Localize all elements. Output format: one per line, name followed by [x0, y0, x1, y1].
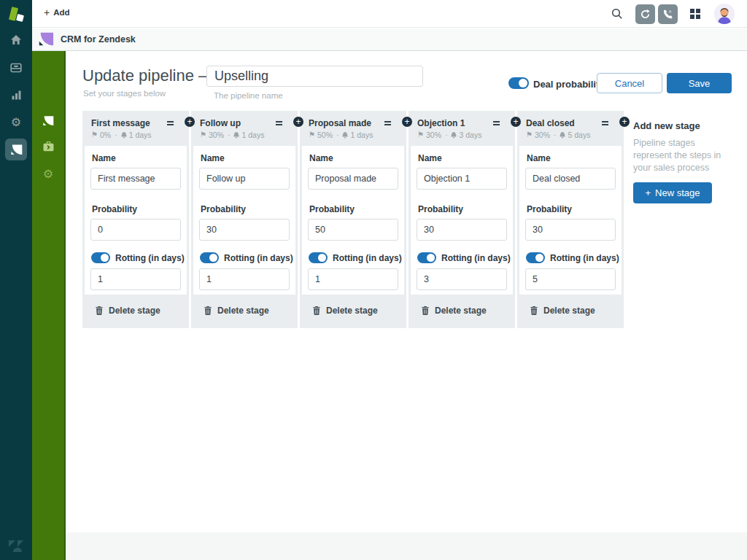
stage-rotting-input[interactable]: [417, 268, 507, 290]
sidebar-item-settings[interactable]: ⚙: [0, 117, 32, 128]
separator-dot: ·: [554, 131, 557, 139]
trash-icon: [422, 306, 429, 315]
delete-stage-button[interactable]: Delete stage: [409, 295, 515, 328]
sidebar-item-reports[interactable]: [0, 90, 32, 100]
delete-stage-button[interactable]: Delete stage: [300, 295, 406, 328]
delete-stage-label: Delete stage: [217, 306, 269, 316]
stage-probability-input[interactable]: [308, 219, 398, 241]
stage-rotting-input[interactable]: [308, 268, 398, 290]
drag-handle-icon[interactable]: [167, 121, 174, 127]
main-content: Update pipeline — Set your stages below …: [66, 51, 747, 560]
add-stage-between-button[interactable]: +: [293, 117, 303, 127]
page-subtitle: Set your stages below: [83, 89, 166, 98]
rotting-toggle-row: Rotting (in days): [91, 252, 181, 263]
add-stage-between-button[interactable]: +: [185, 117, 195, 127]
stage-meta: ⚑ 30% · 5 days: [526, 131, 616, 139]
rotting-toggle[interactable]: [526, 252, 545, 263]
probability-label: Probability: [527, 204, 616, 214]
stage-name-input[interactable]: [308, 168, 398, 190]
stage-card-body: Name Probability Rotting (in days): [411, 146, 513, 295]
rotting-toggle[interactable]: [200, 252, 219, 263]
trash-icon: [313, 306, 320, 315]
app-sidebar: ⚙: [32, 51, 66, 560]
drag-handle-icon[interactable]: [602, 121, 608, 127]
add-stage-between-button[interactable]: +: [619, 117, 630, 127]
app-grid-icon[interactable]: [690, 9, 700, 19]
avatar-image: [714, 4, 735, 24]
probability-label: Probability: [201, 204, 290, 214]
add-button[interactable]: + Add: [44, 8, 70, 17]
rotting-toggle[interactable]: [417, 252, 436, 263]
stage-probability-summary: 50%: [317, 131, 333, 139]
gear-icon: ⚙: [11, 117, 21, 128]
stage-probability-input[interactable]: [525, 219, 616, 241]
pipeline-name-hint: The pipeline name: [214, 91, 283, 100]
green-sidebar-item-pipelines[interactable]: [32, 115, 64, 127]
stage-probability-summary: 30%: [535, 131, 550, 139]
app-brand-logo[interactable]: [9, 6, 27, 26]
brand-white-shape: [16, 14, 24, 22]
trash-icon: [204, 306, 212, 315]
refresh-button[interactable]: [635, 4, 655, 24]
stage-probability-input[interactable]: [417, 219, 507, 241]
stage-card-body: Name Probability Rotting (in days): [519, 146, 622, 295]
stage-card-body: Name Probability Rotting (in days): [85, 146, 187, 295]
phone-button[interactable]: [658, 4, 678, 24]
rotting-toggle[interactable]: [91, 252, 110, 263]
drag-handle-icon[interactable]: [493, 121, 500, 127]
stage-name-input[interactable]: [199, 168, 290, 190]
trash-icon: [530, 306, 538, 315]
add-stage-between-button[interactable]: +: [402, 117, 412, 127]
bell-icon: [121, 132, 127, 139]
stage-card-header: Objection 1 + ⚑ 30% · 3 days: [409, 111, 515, 146]
probability-label: Probability: [92, 204, 181, 214]
rotting-label: Rotting (in days): [333, 253, 402, 263]
flag-icon: ⚑: [417, 131, 424, 139]
green-sidebar-item-deals[interactable]: [32, 141, 64, 152]
sidebar-item-crm-app[interactable]: [5, 139, 27, 160]
refresh-icon: [640, 9, 651, 20]
bell-icon: [451, 132, 457, 139]
stage-name-input[interactable]: [417, 168, 507, 190]
probability-label: Probability: [418, 204, 507, 214]
add-new-stage-panel: Add new stage Pipeline stages represent …: [633, 120, 722, 203]
pipeline-name-input[interactable]: [206, 66, 423, 87]
stage-name-input[interactable]: [90, 168, 181, 190]
stage-probability-input[interactable]: [90, 219, 181, 241]
stage-rotting-input[interactable]: [199, 268, 290, 290]
inbox-icon: [10, 63, 22, 73]
drag-handle-icon[interactable]: [384, 121, 391, 127]
phone-icon: [663, 9, 673, 20]
rotting-toggle-row: Rotting (in days): [417, 252, 507, 263]
add-stage-between-button[interactable]: +: [511, 117, 521, 127]
green-sidebar-item-settings[interactable]: ⚙: [32, 168, 64, 180]
plus-icon: +: [622, 118, 627, 125]
delete-stage-button[interactable]: Delete stage: [82, 295, 189, 328]
deal-probability-toggle[interactable]: [508, 77, 529, 89]
sidebar-item-home[interactable]: [0, 34, 32, 45]
stage-rotting-summary: 1 days: [129, 131, 152, 139]
drag-handle-icon[interactable]: [276, 121, 282, 127]
name-label: Name: [418, 153, 507, 163]
stage-rotting-input[interactable]: [525, 268, 616, 290]
stage-card: Objection 1 + ⚑ 30% · 3 days Name Probab…: [409, 111, 515, 328]
delete-stage-label: Delete stage: [543, 306, 595, 316]
search-button[interactable]: [611, 8, 623, 23]
sidebar-item-inbox[interactable]: [0, 63, 32, 73]
stage-card-body: Name Probability Rotting (in days): [302, 146, 404, 295]
rotting-toggle[interactable]: [309, 252, 328, 263]
delete-stage-button[interactable]: Delete stage: [191, 295, 298, 328]
stage-probability-summary: 0%: [100, 131, 111, 139]
user-avatar[interactable]: [714, 4, 735, 24]
trash-icon: [96, 306, 103, 315]
delete-stage-label: Delete stage: [326, 306, 378, 316]
delete-stage-button[interactable]: Delete stage: [517, 295, 624, 328]
stage-probability-input[interactable]: [199, 219, 290, 241]
flag-icon: ⚑: [526, 131, 533, 139]
stage-rotting-input[interactable]: [90, 268, 181, 290]
new-stage-button[interactable]: + New stage: [633, 182, 712, 203]
stage-name-input[interactable]: [525, 168, 616, 190]
flag-icon: ⚑: [91, 131, 98, 139]
cancel-button[interactable]: Cancel: [597, 73, 662, 93]
save-button[interactable]: Save: [667, 73, 732, 93]
